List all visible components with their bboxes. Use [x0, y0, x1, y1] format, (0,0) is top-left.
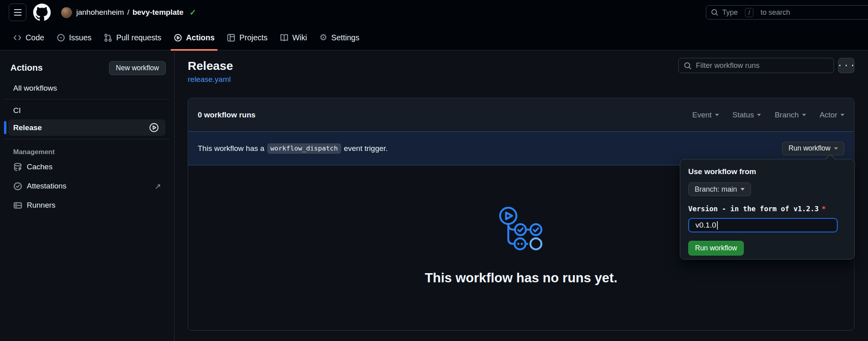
divider	[4, 99, 170, 99]
filter-workflow-runs-box	[678, 58, 834, 73]
tab-actions[interactable]: Actions	[169, 25, 219, 50]
button-label: Run workflow	[789, 144, 830, 153]
run-workflow-popup: Use workflow from Branch: main Version -…	[680, 159, 855, 260]
app-header: janhohenheim/bevy-template ✓ Type / to s…	[0, 0, 868, 50]
repo-nav: Code Issues Pull requests Actions	[0, 25, 868, 50]
global-bar: janhohenheim/bevy-template ✓ Type / to s…	[0, 0, 868, 25]
cache-icon	[13, 163, 22, 172]
issue-opened-icon	[57, 34, 65, 42]
event-filter-dropdown[interactable]: Event	[692, 111, 719, 119]
page-title: Release	[188, 59, 233, 73]
branch-filter-dropdown[interactable]: Branch	[775, 111, 806, 119]
github-logo-icon[interactable]	[33, 4, 51, 21]
workflow-graph-icon	[499, 206, 544, 252]
sidebar-item-all-workflows[interactable]: All workflows	[13, 81, 165, 96]
button-label: Branch: main	[695, 185, 737, 194]
tab-label: Projects	[239, 33, 267, 42]
external-link-arrow-icon: ↗	[155, 182, 161, 191]
breadcrumb-owner-link[interactable]: janhohenheim	[76, 8, 124, 16]
branch-selector-button[interactable]: Branch: main	[688, 182, 751, 196]
git-pull-request-icon	[104, 34, 112, 42]
sidebar-item-label: Runners	[27, 201, 56, 210]
tab-label: Pull requests	[116, 33, 161, 42]
banner-text-before: This workflow has a	[198, 144, 264, 153]
runs-count: 0 workflow runs	[198, 111, 256, 119]
chevron-down-icon	[840, 114, 844, 116]
tab-wiki[interactable]: Wiki	[276, 25, 312, 50]
github-actions-page: janhohenheim/bevy-template ✓ Type / to s…	[0, 0, 868, 341]
required-asterisk: *	[822, 205, 826, 213]
chevron-down-icon	[802, 114, 806, 116]
play-circle-icon	[174, 34, 182, 42]
divider	[4, 139, 170, 139]
sidebar-item-caches[interactable]: Caches	[0, 159, 174, 175]
chevron-down-icon	[834, 147, 838, 150]
popup-title: Use workflow from	[688, 167, 846, 176]
search-placeholder-prefix: Type	[722, 8, 738, 17]
filter-label: Branch	[775, 111, 798, 119]
actor-filter-dropdown[interactable]: Actor	[820, 111, 844, 119]
tab-settings[interactable]: ⚙ Settings	[315, 25, 364, 50]
run-workflow-dropdown-button[interactable]: Run workflow	[782, 142, 844, 155]
filter-label: Actor	[820, 111, 837, 119]
version-input[interactable]: v0.1.0	[688, 218, 838, 232]
new-workflow-button[interactable]: New workflow	[109, 61, 166, 75]
code-icon	[13, 34, 22, 42]
filter-label: Status	[733, 111, 754, 119]
run-filters: Event Status Branch Actor	[692, 111, 844, 119]
tab-label: Code	[26, 33, 44, 42]
sidebar-item-label: Attestations	[27, 182, 66, 190]
breadcrumb-repo-link[interactable]: bevy-template	[133, 8, 184, 16]
chevron-down-icon	[757, 114, 761, 116]
management-section-label: Management	[13, 148, 174, 156]
run-workflow-submit-button[interactable]: Run workflow	[688, 241, 744, 256]
banner-text-after: event trigger.	[344, 144, 388, 153]
sidebar-item-release-selected[interactable]: Release	[8, 119, 165, 136]
breadcrumb-separator: /	[127, 8, 129, 16]
server-icon	[13, 201, 22, 210]
search-icon	[711, 9, 718, 16]
filter-label: Event	[692, 111, 712, 119]
sidebar-item-ci[interactable]: CI	[13, 103, 165, 119]
text-cursor	[717, 221, 718, 230]
workflow-dispatch-code: workflow_dispatch	[267, 143, 341, 154]
sidebar-item-runners[interactable]: Runners	[0, 197, 174, 214]
verified-badge-icon	[13, 182, 22, 191]
empty-state-title: This workflow has no runs yet.	[188, 270, 854, 285]
filter-workflow-runs-input[interactable]	[696, 61, 828, 70]
tab-issues[interactable]: Issues	[52, 25, 96, 50]
global-search-input[interactable]: Type / to search	[706, 5, 868, 20]
search-icon	[684, 62, 691, 69]
version-input-value: v0.1.0	[695, 221, 716, 230]
commit-status-check-icon[interactable]: ✓	[189, 8, 196, 17]
actions-sidebar: Actions New workflow All workflows CI Re…	[0, 50, 175, 341]
workflow-options-kebab-button[interactable]	[838, 58, 854, 73]
sidebar-title: Actions	[10, 63, 43, 73]
chevron-down-icon	[715, 114, 719, 116]
sidebar-item-label: Caches	[27, 163, 52, 171]
breadcrumb: janhohenheim/bevy-template	[76, 8, 183, 17]
kebab-icon	[839, 65, 840, 67]
tab-label: Wiki	[292, 33, 307, 42]
tab-pull-requests[interactable]: Pull requests	[99, 25, 166, 50]
sidebar-item-attestations[interactable]: Attestations ↗	[0, 178, 174, 194]
sidebar-item-label: Release	[13, 123, 42, 132]
tab-code[interactable]: Code	[9, 25, 49, 50]
tab-label: Actions	[186, 33, 215, 42]
search-placeholder-suffix: to search	[761, 8, 790, 17]
tab-projects[interactable]: Projects	[222, 25, 272, 50]
hamburger-menu-button[interactable]	[9, 4, 26, 21]
book-icon	[280, 34, 288, 42]
chevron-down-icon	[741, 188, 745, 190]
tab-label: Issues	[69, 33, 91, 42]
owner-avatar[interactable]	[61, 7, 72, 18]
selected-indicator-bar	[4, 121, 6, 134]
tab-label: Settings	[331, 33, 359, 42]
status-filter-dropdown[interactable]: Status	[733, 111, 761, 119]
workflow-file-link[interactable]: release.yaml	[188, 75, 231, 84]
workflow-dispatch-play-icon[interactable]	[149, 123, 159, 133]
slash-key-hint: /	[745, 8, 753, 17]
table-icon	[227, 34, 235, 42]
runs-panel-header: 0 workflow runs Event Status Branch	[188, 98, 854, 131]
version-input-label: Version - in the form of v1.2.3*	[688, 205, 846, 213]
